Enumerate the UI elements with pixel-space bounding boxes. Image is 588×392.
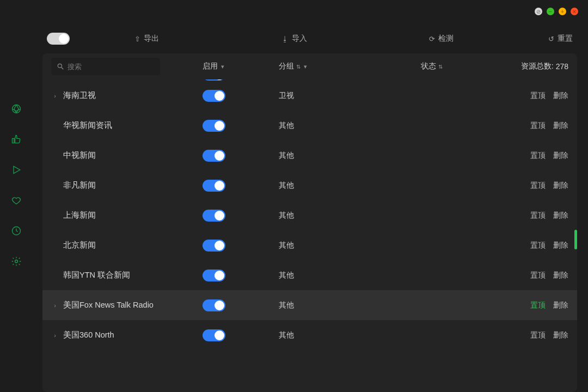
reset-button[interactable]: ↺ 重置 <box>548 34 573 44</box>
delete-button[interactable]: 删除 <box>553 181 568 191</box>
pin-button[interactable]: 置顶 <box>530 241 546 250</box>
delete-button[interactable]: 删除 <box>553 91 568 101</box>
channel-name: 非凡新闻 <box>63 180 96 191</box>
play-icon[interactable] <box>11 164 22 175</box>
expand-icon[interactable]: › <box>51 93 59 99</box>
row-name: ›美国Fox News Talk Radio <box>51 300 203 310</box>
minimize-window-button[interactable]: − <box>547 8 554 15</box>
close-window-button[interactable]: × <box>571 8 578 15</box>
delete-button[interactable]: 删除 <box>553 211 568 220</box>
channel-name: 华视新闻资讯 <box>63 120 112 131</box>
window-controls: ⊘ − + × <box>535 8 578 15</box>
row-name: ›海南卫视 <box>51 90 203 101</box>
thumbs-up-icon[interactable] <box>11 134 22 145</box>
pin-button[interactable]: 置顶 <box>530 151 546 161</box>
enable-toggle[interactable] <box>203 329 225 341</box>
enable-toggle[interactable] <box>203 90 225 102</box>
maximize-window-button[interactable]: + <box>559 8 566 15</box>
pin-button[interactable]: 置顶 <box>530 271 546 280</box>
enable-toggle[interactable] <box>203 180 225 192</box>
heart-icon[interactable] <box>11 195 22 206</box>
download-icon: ⭳ <box>281 35 289 43</box>
delete-button[interactable]: 删除 <box>553 241 568 250</box>
pin-window-button[interactable]: ⊘ <box>535 8 542 15</box>
table-header: 启用 ▾ 分组 ⇅ ▾ 状态 ⇅ 资源总数:278 <box>42 53 577 79</box>
table-row[interactable]: 非凡新闻其他置顶删除 <box>42 170 577 200</box>
row-name: 华视新闻资讯 <box>51 120 203 131</box>
row-actions: 置顶删除 <box>509 301 568 310</box>
main: ⇧ 导出 ⭳ 导入 ⟳ 检测 ↺ 重置 <box>42 27 577 392</box>
enable-toggle[interactable] <box>203 240 225 252</box>
row-actions: 置顶删除 <box>509 181 568 191</box>
pin-button[interactable]: 置顶 <box>530 181 546 191</box>
channel-name: 美国Fox News Talk Radio <box>63 300 154 310</box>
row-actions: 置顶删除 <box>509 330 568 340</box>
table-row[interactable]: ›美国Fox News Talk Radio其他置顶删除 <box>42 290 577 320</box>
row-enable-cell <box>203 180 279 192</box>
table-row[interactable]: ›美国360 North其他置顶删除 <box>42 320 577 350</box>
channel-name: 韩国YTN 联合新闻 <box>63 270 130 280</box>
chevron-down-icon: ▾ <box>221 63 224 70</box>
pin-button[interactable]: 置顶 <box>530 121 546 131</box>
resource-total: 资源总数:278 <box>492 62 568 71</box>
pin-button[interactable]: 置顶 <box>530 330 546 340</box>
column-group[interactable]: 分组 ⇅ ▾ <box>279 62 371 71</box>
enable-toggle[interactable] <box>203 270 225 281</box>
table-row[interactable]: 韩国YTN 联合新闻其他置顶删除 <box>42 260 577 290</box>
import-button[interactable]: ⭳ 导入 <box>281 34 307 44</box>
row-enable-cell <box>203 240 279 252</box>
expand-icon[interactable]: › <box>51 332 59 339</box>
delete-button[interactable]: 删除 <box>553 271 568 280</box>
row-enable-cell <box>203 329 279 341</box>
table-body: ›海南卫视卫视置顶删除华视新闻资讯其他置顶删除中视新闻其他置顶删除非凡新闻其他置… <box>42 79 577 392</box>
refresh-icon: ⟳ <box>429 35 435 43</box>
table-row[interactable]: 上海新闻其他置顶删除 <box>42 200 577 230</box>
pin-button[interactable]: 置顶 <box>530 91 546 101</box>
enable-toggle[interactable] <box>203 210 225 222</box>
pin-button[interactable]: 置顶 <box>530 301 546 310</box>
scrollbar-thumb[interactable] <box>574 230 577 249</box>
search-box[interactable] <box>51 58 160 75</box>
row-group: 其他 <box>279 181 371 191</box>
reset-label: 重置 <box>558 34 573 44</box>
delete-button[interactable]: 删除 <box>553 151 568 161</box>
row-name: 上海新闻 <box>51 210 203 220</box>
row-group: 其他 <box>279 121 371 131</box>
svg-line-5 <box>62 68 64 70</box>
delete-button[interactable]: 删除 <box>553 121 568 131</box>
delete-button[interactable]: 删除 <box>553 301 568 310</box>
table-row[interactable]: 北京新闻其他置顶删除 <box>42 230 577 260</box>
row-actions: 置顶删除 <box>509 91 568 101</box>
gear-icon[interactable] <box>11 256 22 267</box>
pin-button[interactable]: 置顶 <box>530 211 546 220</box>
master-toggle[interactable] <box>47 33 70 45</box>
row-enable-cell <box>203 150 279 162</box>
table-row[interactable]: 华视新闻资讯其他置顶删除 <box>42 111 577 140</box>
svg-marker-1 <box>14 166 20 173</box>
enable-toggle[interactable] <box>203 150 225 162</box>
export-label: 导出 <box>144 34 159 44</box>
row-enable-cell <box>203 120 279 132</box>
clock-icon[interactable] <box>11 225 22 236</box>
row-group: 其他 <box>279 241 371 250</box>
row-group: 其他 <box>279 330 371 340</box>
enable-toggle[interactable] <box>203 120 225 132</box>
export-button[interactable]: ⇧ 导出 <box>134 34 159 44</box>
sort-icon: ⇅ <box>296 64 301 70</box>
column-enable[interactable]: 启用 ▾ <box>203 62 279 71</box>
search-input[interactable] <box>68 63 159 71</box>
detect-button[interactable]: ⟳ 检测 <box>429 34 454 44</box>
enable-toggle[interactable] <box>203 299 225 311</box>
delete-button[interactable]: 删除 <box>553 330 568 340</box>
row-actions: 置顶删除 <box>509 241 568 250</box>
chevron-down-icon: ▾ <box>304 63 307 70</box>
channel-name: 中视新闻 <box>63 150 96 161</box>
channel-name: 海南卫视 <box>63 90 96 101</box>
expand-icon[interactable]: › <box>51 302 59 309</box>
table-row[interactable]: 中视新闻其他置顶删除 <box>42 140 577 170</box>
row-actions: 置顶删除 <box>509 121 568 131</box>
aperture-icon[interactable] <box>11 103 22 114</box>
row-group: 其他 <box>279 151 371 161</box>
table-row[interactable]: ›海南卫视卫视置顶删除 <box>42 81 577 111</box>
column-status[interactable]: 状态 ⇅ <box>371 62 492 71</box>
